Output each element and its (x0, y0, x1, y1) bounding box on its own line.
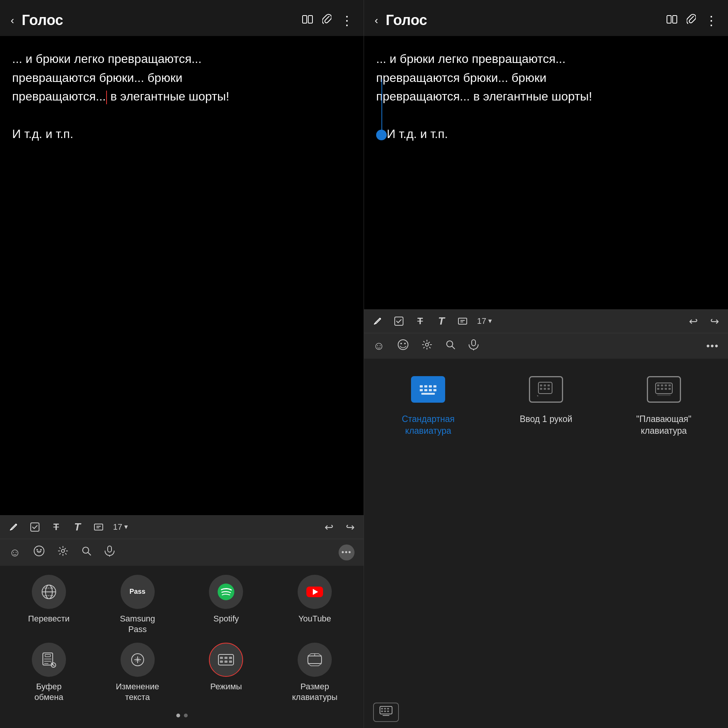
left-text: ... и брюки легко превращаются... превра… (12, 50, 351, 144)
modes-icon-wrap (209, 643, 243, 677)
svg-point-4 (34, 546, 44, 556)
svg-rect-52 (544, 388, 546, 390)
right-panel: ‹ Голос ⋮ ... и брюки легко превращаются… (364, 0, 728, 728)
youtube-icon-wrap (298, 575, 332, 609)
right-mic-icon[interactable] (468, 339, 479, 353)
right-content: ... и брюки легко превращаются... превра… (364, 36, 728, 309)
pagination-dot-1[interactable] (176, 714, 180, 717)
left-search-icon[interactable] (81, 545, 92, 559)
left-check-icon[interactable] (28, 522, 42, 532)
left-pen-icon[interactable] (7, 522, 20, 532)
left-back-button[interactable]: ‹ (11, 14, 14, 27)
app-translate[interactable]: Перевести (6, 575, 92, 635)
left-redo-icon[interactable]: ↪ (343, 521, 357, 533)
left-strikethrough-icon[interactable]: T (49, 522, 63, 532)
left-fontsize-btn[interactable]: 17 ▼ (113, 522, 129, 532)
left-header-icons: ⋮ (302, 13, 353, 28)
left-book-icon[interactable] (302, 14, 313, 27)
app-buffer[interactable]: Буфер обмена (6, 643, 92, 703)
right-sticker-icon[interactable] (397, 339, 409, 353)
svg-rect-39 (424, 385, 427, 388)
svg-rect-40 (429, 385, 432, 388)
app-samsung-pass[interactable]: Pass Samsung Pass (95, 575, 180, 635)
keyboard-size-label: Размер клавиатуры (292, 681, 337, 703)
svg-rect-23 (220, 661, 223, 663)
left-mic-icon[interactable] (104, 545, 115, 559)
svg-rect-36 (472, 340, 475, 346)
right-toolbar-top: T T 17 ▼ ↩ ↪ (364, 310, 728, 333)
kb-option-standard[interactable]: Стандартная клавиатура (373, 372, 483, 437)
svg-rect-62 (668, 388, 671, 390)
left-paperclip-icon[interactable] (322, 13, 331, 27)
svg-rect-69 (384, 711, 386, 712)
app-modes[interactable]: Режимы (184, 643, 269, 703)
svg-rect-66 (384, 708, 386, 709)
right-text-icon[interactable]: T (435, 315, 448, 327)
right-undo-icon[interactable]: ↩ (686, 315, 700, 328)
svg-rect-46 (421, 393, 435, 395)
kb-one-hand-label: Ввод 1 рукой (520, 413, 573, 425)
left-more-dots-btn[interactable]: ••• (339, 544, 355, 560)
right-settings-icon[interactable] (421, 339, 433, 353)
left-textbox-icon[interactable] (92, 522, 105, 532)
left-sticker-icon[interactable] (33, 545, 45, 560)
right-pen-icon[interactable] (371, 316, 384, 326)
right-strikethrough-icon[interactable]: T (413, 316, 427, 326)
left-panel: ‹ Голос ⋮ ... и брюки легко превращаются… (0, 0, 364, 728)
left-toolbar-top: T T 17 ▼ ↩ ↪ (0, 516, 364, 539)
right-textbox-icon[interactable] (456, 316, 469, 326)
buffer-icon (32, 643, 66, 677)
right-check-icon[interactable] (392, 316, 406, 326)
kb-standard-icon-wrap (407, 372, 449, 406)
kb-option-one-hand[interactable]: Ввод 1 рукой (491, 372, 601, 425)
svg-rect-38 (420, 385, 423, 388)
svg-rect-41 (433, 385, 436, 388)
svg-rect-30 (458, 318, 467, 324)
right-fontsize-btn[interactable]: 17 ▼ (477, 316, 493, 326)
svg-rect-59 (657, 388, 659, 390)
svg-point-31 (398, 340, 408, 350)
svg-rect-28 (673, 16, 677, 23)
kb-standard-icon (411, 376, 445, 403)
svg-point-5 (36, 549, 38, 551)
pagination-dot-2[interactable] (184, 714, 188, 717)
youtube-label: YouTube (298, 613, 331, 624)
svg-rect-53 (548, 388, 550, 390)
app-text-change[interactable]: Изменение текста (95, 643, 180, 703)
right-text: ... и брюки легко превращаются... превра… (376, 50, 716, 144)
kb-one-hand-icon (529, 376, 563, 403)
right-search-icon[interactable] (445, 339, 456, 353)
right-more-icon[interactable]: ⋮ (705, 13, 717, 28)
left-content: ... и брюки легко превращаются... превра… (0, 36, 364, 515)
svg-point-6 (40, 549, 42, 551)
svg-rect-3 (94, 524, 103, 530)
samsung-pass-label: Samsung Pass (120, 613, 155, 635)
right-back-button[interactable]: ‹ (375, 14, 378, 27)
right-bottom-bar (364, 697, 728, 728)
left-settings-icon[interactable] (57, 545, 69, 559)
svg-rect-16 (45, 654, 50, 657)
keyboard-size-icon (298, 643, 332, 677)
svg-rect-63 (657, 394, 671, 396)
app-youtube[interactable]: YouTube (272, 575, 358, 635)
svg-rect-1 (308, 16, 312, 23)
right-paperclip-icon[interactable] (687, 13, 696, 27)
svg-rect-22 (229, 657, 232, 659)
left-more-icon[interactable]: ⋮ (340, 13, 353, 28)
app-spotify[interactable]: Spotify (184, 575, 269, 635)
kb-bottom-keyboard-icon[interactable] (373, 703, 399, 722)
svg-rect-67 (387, 708, 389, 709)
right-header-icons: ⋮ (666, 13, 717, 28)
kb-option-floating[interactable]: "Плавающая" клавиатура (609, 372, 719, 437)
svg-rect-51 (540, 388, 542, 390)
left-undo-icon[interactable]: ↩ (322, 521, 336, 533)
app-keyboard-size[interactable]: Размер клавиатуры (272, 643, 358, 703)
right-more-dots-icon[interactable]: ••• (706, 340, 719, 352)
left-emoji-icon[interactable]: ☺ (9, 546, 21, 559)
right-book-icon[interactable] (666, 14, 678, 27)
right-redo-icon[interactable]: ↪ (708, 315, 721, 328)
left-text-icon[interactable]: T (71, 521, 84, 533)
svg-point-7 (61, 549, 64, 552)
right-emoji-icon[interactable]: ☺ (373, 339, 385, 352)
text-change-label: Изменение текста (116, 681, 159, 703)
